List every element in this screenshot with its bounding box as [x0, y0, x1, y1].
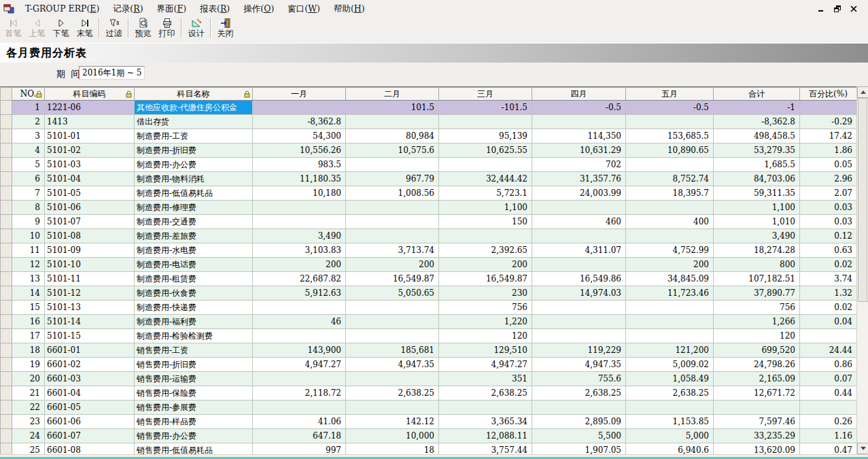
menu-report[interactable]: 报表(R): [193, 0, 237, 18]
cell-no[interactable]: 5: [12, 158, 45, 172]
cell-code[interactable]: 6601-08: [45, 443, 135, 455]
cell-total[interactable]: 1,266: [714, 315, 800, 329]
cell-no[interactable]: 3: [12, 129, 45, 143]
cell-month[interactable]: 4,752.99: [626, 243, 714, 258]
cell-code[interactable]: 5101-10: [45, 258, 135, 272]
cell-no[interactable]: 1: [12, 101, 45, 115]
cell-name[interactable]: 制造费用-快递费: [135, 301, 253, 315]
cell-percent[interactable]: 0.47: [800, 443, 857, 455]
cell-month[interactable]: 351: [439, 372, 532, 386]
cell-name[interactable]: 销售费用-办公费: [135, 429, 253, 443]
cell-month[interactable]: 3,713.74: [346, 243, 439, 258]
cell-percent[interactable]: 0.63: [800, 243, 857, 258]
column-header[interactable]: 科目名称: [135, 88, 253, 101]
cell-name[interactable]: 销售费用-工资: [135, 343, 253, 358]
cell-month[interactable]: [253, 201, 346, 215]
cell-name[interactable]: 制造费用-福利费: [135, 315, 253, 329]
cell-month[interactable]: -0.5: [626, 101, 714, 115]
column-header[interactable]: 三月: [439, 88, 532, 101]
cell-month[interactable]: 18,395.7: [626, 186, 714, 201]
cell-month[interactable]: 1,153.85: [626, 415, 714, 429]
cell-name[interactable]: 销售费用-运输费: [135, 372, 253, 386]
cell-name[interactable]: 销售费用-保险费: [135, 386, 253, 401]
cell-no[interactable]: 15: [12, 301, 45, 315]
cell-month[interactable]: [532, 301, 626, 315]
print-button[interactable]: 打印: [155, 18, 179, 39]
row-indicator[interactable]: [1, 343, 12, 358]
row-indicator[interactable]: [1, 415, 12, 429]
cell-total[interactable]: 800: [714, 258, 800, 272]
table-row[interactable]: 11221-06其他应收款-代缴住房公积金101.5-101.5-0.5-0.5…: [1, 101, 857, 115]
row-indicator[interactable]: [1, 272, 12, 286]
row-indicator[interactable]: [1, 429, 12, 443]
cell-percent[interactable]: 2.96: [800, 172, 857, 186]
close-window-icon[interactable]: [849, 5, 858, 13]
cell-month[interactable]: 10,000: [346, 429, 439, 443]
cell-month[interactable]: 4,947.27: [439, 358, 532, 372]
cell-month[interactable]: 150: [439, 215, 532, 229]
table-row[interactable]: 155101-13制造费用-快递费7567560.02: [1, 301, 857, 315]
menu-record[interactable]: 记录(R): [106, 0, 150, 18]
cell-month[interactable]: [439, 115, 532, 129]
cell-month[interactable]: 2,895.09: [532, 415, 626, 429]
cell-name[interactable]: 制造费用-折旧费: [135, 143, 253, 158]
cell-month[interactable]: [253, 301, 346, 315]
cell-month[interactable]: 10,631.29: [532, 143, 626, 158]
table-row[interactable]: 45101-02制造费用-折旧费10,556.2610,575.610,625.…: [1, 143, 857, 158]
cell-code[interactable]: 5101-11: [45, 272, 135, 286]
cell-total[interactable]: 84,703.06: [714, 172, 800, 186]
cell-percent[interactable]: 1.16: [800, 429, 857, 443]
cell-month[interactable]: -101.5: [439, 101, 532, 115]
cell-percent[interactable]: 1.32: [800, 286, 857, 301]
cell-name[interactable]: 制造费用-水电费: [135, 243, 253, 258]
cell-month[interactable]: [346, 329, 439, 343]
cell-month[interactable]: 14,974.03: [532, 286, 626, 301]
cell-month[interactable]: 1,907.05: [532, 443, 626, 455]
table-row[interactable]: 55101-03制造费用-办公费983.57021,685.50.05: [1, 158, 857, 172]
cell-month[interactable]: 6,940.6: [626, 443, 714, 455]
row-indicator[interactable]: [1, 315, 12, 329]
cell-percent[interactable]: 0.02: [800, 258, 857, 272]
row-indicator[interactable]: [1, 201, 12, 215]
cell-total[interactable]: 12,671.72: [714, 386, 800, 401]
table-row[interactable]: 75101-05制造费用-低值易耗品10,1801,008.565,723.12…: [1, 186, 857, 201]
cell-month[interactable]: 16,549.87: [439, 272, 532, 286]
table-row[interactable]: 65101-04制造费用-物料消耗11,180.35967.7932,444.4…: [1, 172, 857, 186]
cell-month[interactable]: 2,638.25: [439, 386, 532, 401]
cell-month[interactable]: 4,947.35: [346, 358, 439, 372]
cell-no[interactable]: 18: [12, 343, 45, 358]
cell-month[interactable]: 3,490: [253, 229, 346, 243]
cell-percent[interactable]: 0.44: [800, 386, 857, 401]
cell-month[interactable]: [346, 315, 439, 329]
cell-code[interactable]: 5101-06: [45, 201, 135, 215]
cell-name[interactable]: 制造费用-检验检测费: [135, 329, 253, 343]
cell-month[interactable]: [626, 329, 714, 343]
cell-no[interactable]: 14: [12, 286, 45, 301]
cell-month[interactable]: 1,058.49: [626, 372, 714, 386]
cell-name[interactable]: 制造费用-工资: [135, 129, 253, 143]
column-header[interactable]: 四月: [532, 88, 626, 101]
scroll-down-icon[interactable]: [857, 443, 868, 454]
cell-percent[interactable]: 0.02: [800, 301, 857, 315]
cell-no[interactable]: 17: [12, 329, 45, 343]
row-indicator[interactable]: [1, 443, 12, 455]
cell-no[interactable]: 16: [12, 315, 45, 329]
cell-code[interactable]: 5101-01: [45, 129, 135, 143]
cell-percent[interactable]: 0.04: [800, 315, 857, 329]
cell-month[interactable]: [532, 329, 626, 343]
cell-month[interactable]: [532, 315, 626, 329]
cell-month[interactable]: 10,575.6: [346, 143, 439, 158]
cell-code[interactable]: 1221-06: [45, 101, 135, 115]
cell-percent[interactable]: [800, 329, 857, 343]
table-row[interactable]: 85101-06制造费用-修理费1,1001,1000.03: [1, 201, 857, 215]
minimize-icon[interactable]: [816, 5, 826, 13]
cell-code[interactable]: 5101-12: [45, 286, 135, 301]
cell-no[interactable]: 6: [12, 172, 45, 186]
menu-app[interactable]: T-GROUP ERP(E): [18, 0, 106, 18]
cell-name[interactable]: 制造费用-差旅费: [135, 229, 253, 243]
cell-month[interactable]: 11,180.35: [253, 172, 346, 186]
cell-code[interactable]: 5101-14: [45, 315, 135, 329]
cell-no[interactable]: 19: [12, 358, 45, 372]
scroll-up-icon[interactable]: [857, 86, 868, 98]
cell-code[interactable]: 5101-05: [45, 186, 135, 201]
